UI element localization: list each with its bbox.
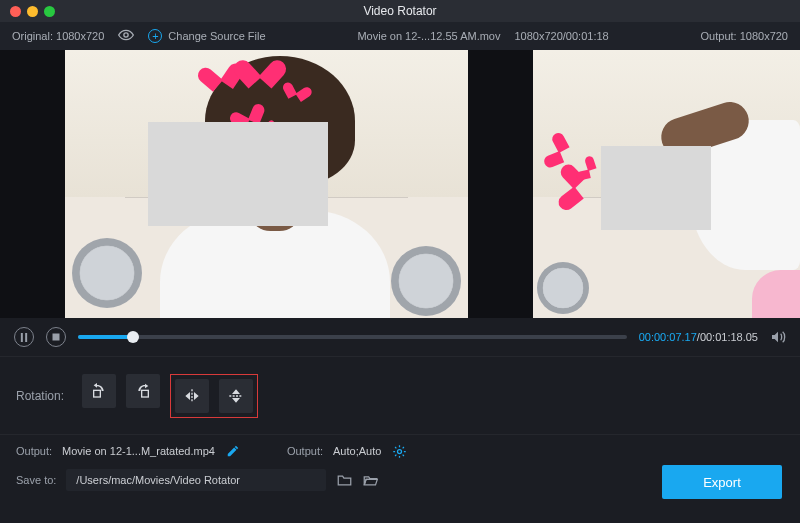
output-label: Output: bbox=[16, 445, 52, 457]
pause-button[interactable] bbox=[14, 327, 34, 347]
output-row: Output: Movie on 12-1...M_ratated.mp4 Ou… bbox=[0, 434, 800, 465]
rotate-left-button[interactable] bbox=[82, 374, 116, 408]
total-time: 00:01:18.05 bbox=[700, 331, 758, 343]
playback-bar: 00:00:07.17/00:01:18.05 bbox=[0, 318, 800, 356]
source-filename: Movie on 12-...12.55 AM.mov bbox=[357, 30, 500, 42]
rotation-row: Rotation: bbox=[0, 356, 800, 434]
volume-icon[interactable] bbox=[770, 329, 786, 345]
redaction-block bbox=[148, 122, 328, 226]
plus-circle-icon: + bbox=[148, 29, 162, 43]
preview-area bbox=[0, 50, 800, 318]
file-meta: Movie on 12-...12.55 AM.mov 1080x720/00:… bbox=[280, 30, 687, 42]
preview-original bbox=[0, 50, 533, 318]
svg-rect-1 bbox=[21, 333, 23, 342]
titlebar: Video Rotator bbox=[0, 0, 800, 22]
preview-eye-icon[interactable] bbox=[118, 29, 134, 43]
output-filename: Movie on 12-1...M_ratated.mp4 bbox=[62, 445, 215, 457]
edit-filename-icon[interactable] bbox=[225, 443, 241, 459]
svg-rect-3 bbox=[53, 334, 60, 341]
preview-output bbox=[533, 50, 800, 318]
source-resolution-duration: 1080x720/00:01:18 bbox=[514, 30, 608, 42]
svg-rect-5 bbox=[142, 390, 149, 397]
svg-point-0 bbox=[124, 33, 128, 37]
current-time: 00:00:07.17 bbox=[639, 331, 697, 343]
playback-knob[interactable] bbox=[127, 331, 139, 343]
output-resolution-label: Output: 1080x720 bbox=[701, 30, 788, 42]
rotation-buttons bbox=[82, 374, 258, 418]
original-resolution-label: Original: 1080x720 bbox=[12, 30, 104, 42]
save-to-label: Save to: bbox=[16, 474, 56, 486]
info-bar: Original: 1080x720 + Change Source File … bbox=[0, 22, 800, 50]
redaction-block bbox=[601, 146, 711, 230]
rotate-right-button[interactable] bbox=[126, 374, 160, 408]
save-path-field[interactable]: /Users/mac/Movies/Video Rotator bbox=[66, 469, 326, 491]
flip-buttons-selected bbox=[170, 374, 258, 418]
output-size-label: Output: bbox=[287, 445, 323, 457]
change-source-file-label: Change Source File bbox=[168, 30, 265, 42]
svg-point-8 bbox=[397, 449, 401, 453]
open-folder-icon[interactable] bbox=[362, 472, 378, 488]
change-source-file-button[interactable]: + Change Source File bbox=[148, 29, 265, 43]
flip-vertical-button[interactable] bbox=[219, 379, 253, 413]
flip-horizontal-button[interactable] bbox=[175, 379, 209, 413]
svg-rect-2 bbox=[25, 333, 27, 342]
window-title: Video Rotator bbox=[0, 4, 800, 18]
output-size-value: Auto;Auto bbox=[333, 445, 381, 457]
output-settings-icon[interactable] bbox=[391, 443, 407, 459]
browse-folder-icon[interactable] bbox=[336, 472, 352, 488]
playback-progress-fill bbox=[78, 335, 133, 339]
playback-slider[interactable] bbox=[78, 335, 627, 339]
playback-time: 00:00:07.17/00:01:18.05 bbox=[639, 331, 758, 343]
export-button[interactable]: Export bbox=[662, 465, 782, 499]
stop-button[interactable] bbox=[46, 327, 66, 347]
svg-rect-4 bbox=[94, 390, 101, 397]
app-window: { "title": "Video Rotator", "infobar": {… bbox=[0, 0, 800, 523]
rotation-label: Rotation: bbox=[16, 389, 64, 403]
